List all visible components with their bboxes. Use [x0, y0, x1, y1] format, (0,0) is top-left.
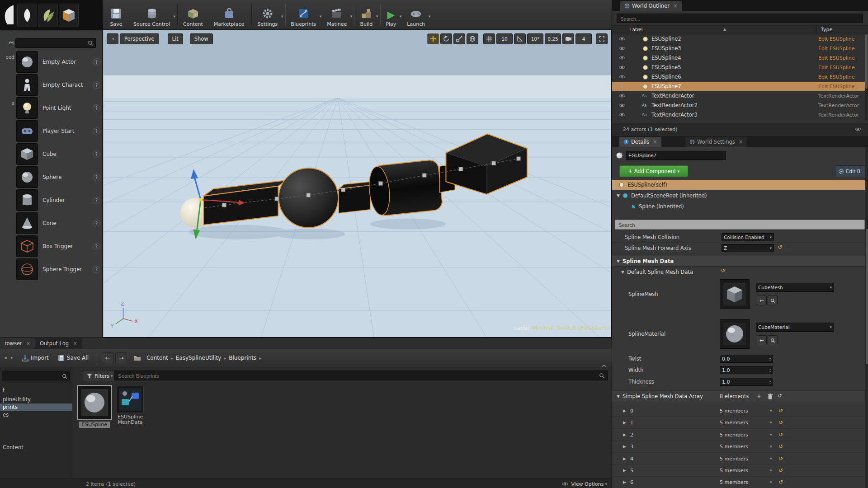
output-log-tab[interactable]: Output Log × — [35, 338, 82, 349]
breadcrumb-blueprints[interactable]: Blueprints — [229, 355, 256, 361]
spline-material-thumbnail[interactable] — [720, 319, 750, 349]
edit-type-link[interactable]: Edit ESUSpline — [818, 84, 865, 89]
element-menu-icon[interactable]: ▾ — [770, 432, 772, 437]
expander-icon[interactable]: ▶ — [623, 480, 626, 484]
spline-mesh-collision-select[interactable]: Collision Enabled▾ — [722, 233, 774, 241]
outliner-scrollbar[interactable] — [865, 34, 868, 120]
world-settings-tab[interactable]: World Settings × — [685, 137, 747, 147]
save-all-button[interactable]: Save All — [54, 352, 92, 364]
details-search-input[interactable] — [618, 221, 854, 229]
rotation-snap-toggle[interactable] — [514, 33, 526, 44]
array-element-row[interactable]: ▶ 2 5 members ▾ ↺ — [612, 429, 865, 441]
matinee-button[interactable]: Matinee ▾ — [322, 0, 353, 29]
close-icon[interactable]: × — [26, 340, 31, 347]
place-item-player-start[interactable]: Player Start ? — [16, 120, 101, 142]
help-icon[interactable]: ? — [93, 58, 100, 66]
outliner-row[interactable]: ESUSpline5 Edit ESUSpline — [612, 63, 865, 72]
place-item-empty-actor[interactable]: Empty Actor ? — [16, 51, 101, 73]
folder-item[interactable]: t — [0, 387, 72, 394]
blueprints-button[interactable]: Blueprints ▾ — [286, 0, 322, 29]
visibility-eye-icon[interactable] — [618, 113, 626, 117]
browse-to-asset-button[interactable] — [768, 296, 778, 305]
outliner-row[interactable]: Aa TextRenderActor2 TextRenderActor — [612, 101, 865, 110]
marketplace-button[interactable]: Marketplace — [209, 0, 250, 29]
play-button[interactable]: ▶ Play ▾ — [381, 0, 402, 29]
expander-icon[interactable]: ▶ — [623, 432, 626, 437]
help-icon[interactable]: ? — [93, 243, 100, 250]
place-item-empty-character[interactable]: Empty Charact ? — [16, 74, 101, 96]
array-element-row[interactable]: ▶ 3 5 members ▾ ↺ — [612, 441, 865, 453]
filters-button[interactable]: Filters ▾ — [83, 371, 117, 381]
content-browser-tab[interactable]: rowser × — [0, 338, 35, 349]
outliner-row[interactable]: Aa TextRenderActor3 TextRenderActor — [612, 110, 865, 119]
view-options-button[interactable]: View Options ▾ — [561, 481, 607, 487]
revert-icon[interactable]: ↺ — [778, 244, 782, 250]
help-icon[interactable]: ? — [93, 127, 100, 135]
close-icon[interactable]: × — [673, 3, 678, 9]
rotate-tool-button[interactable] — [440, 33, 452, 44]
outliner-row[interactable]: ESUSpline2 Edit ESUSpline — [612, 34, 865, 43]
visibility-eye-icon[interactable] — [618, 103, 626, 108]
trash-icon[interactable] — [768, 394, 773, 399]
import-button[interactable]: Import — [18, 352, 52, 364]
folder-search-input[interactable] — [4, 372, 60, 380]
chevron-down-icon[interactable]: ▾ — [174, 14, 176, 19]
outliner-search-input[interactable] — [619, 14, 852, 23]
source-control-button[interactable]: Source Control ▾ — [129, 0, 176, 29]
place-item-cube[interactable]: Cube ? — [16, 143, 101, 165]
default-spline-mesh-data-section[interactable]: ▼ Default Spline Mesh Data — [612, 267, 868, 277]
edit-type-link[interactable]: Edit ESUSpline — [818, 55, 865, 61]
place-item-cylinder[interactable]: Cylinder ? — [16, 189, 101, 211]
chevron-down-icon[interactable]: ▾ — [376, 14, 378, 19]
visibility-eye-icon[interactable] — [618, 75, 626, 79]
element-menu-icon[interactable]: ▾ — [770, 420, 772, 425]
camera-speed-value[interactable]: 4 — [576, 33, 592, 44]
chevron-down-icon[interactable]: ▾ — [400, 14, 402, 19]
help-icon[interactable]: ? — [93, 81, 100, 89]
array-element-row[interactable]: ▶ 1 5 members ▾ ↺ — [612, 417, 865, 429]
close-icon[interactable]: × — [653, 139, 657, 145]
place-item-sphere[interactable]: Sphere ? — [16, 166, 101, 188]
folder-item[interactable]: plineUtility — [0, 396, 72, 404]
geometry-mode-tab[interactable] — [59, 4, 79, 27]
expander-icon[interactable]: ▼ — [617, 394, 620, 399]
add-element-icon[interactable]: + — [757, 393, 761, 399]
expander-icon[interactable]: ▼ — [617, 259, 620, 263]
revert-icon[interactable]: ↺ — [778, 455, 783, 462]
element-menu-icon[interactable]: ▾ — [770, 468, 772, 473]
place-item-box-trigger[interactable]: Box Trigger ? — [16, 235, 101, 258]
array-element-row[interactable]: ▶ 5 5 members ▾ ↺ — [612, 465, 865, 477]
eye-icon[interactable] — [854, 127, 862, 131]
help-icon[interactable]: ? — [93, 220, 100, 227]
paint-mode-tab[interactable] — [17, 4, 37, 27]
place-item-point-light[interactable]: Point Light ? — [16, 97, 101, 119]
category-label-fragment[interactable]: es — [0, 40, 16, 46]
scale-tool-button[interactable] — [453, 33, 465, 44]
place-item-cone[interactable]: Cone ? — [16, 212, 101, 235]
grid-snap-toggle[interactable] — [483, 33, 495, 44]
camera-speed-toggle[interactable] — [562, 33, 574, 44]
expander-icon[interactable]: ▼ — [617, 193, 620, 198]
folder-item[interactable]: es — [0, 411, 72, 419]
help-icon[interactable]: ? — [93, 104, 100, 112]
revert-icon[interactable]: ↺ — [778, 419, 783, 426]
revert-icon[interactable]: ↺ — [778, 479, 783, 485]
visibility-eye-icon[interactable] — [618, 94, 626, 98]
perspective-button[interactable]: Perspective — [120, 33, 159, 44]
category-label-fragment[interactable]: ced — [0, 54, 16, 60]
add-component-button[interactable]: + Add Component ▾ — [619, 165, 688, 177]
outliner-row[interactable]: Aa TextRenderActor TextRenderActor — [612, 91, 865, 100]
category-label-fragment[interactable]: s — [0, 100, 16, 106]
expander-icon[interactable]: ▶ — [623, 408, 626, 413]
revert-icon[interactable]: ↺ — [778, 432, 783, 438]
help-icon[interactable]: ? — [93, 266, 100, 273]
spline-mesh-select[interactable]: CubeMesh▾ — [756, 283, 834, 292]
edit-type-link[interactable]: Edit ESUSpline — [818, 74, 865, 80]
outliner-row[interactable]: ESUSpline6 Edit ESUSpline — [612, 72, 865, 81]
outliner-row[interactable]: ESUSpline4 Edit ESUSpline — [612, 53, 865, 62]
maximize-viewport-button[interactable] — [596, 33, 608, 44]
sort-asc-icon[interactable]: ▲ — [723, 27, 726, 31]
array-element-row[interactable]: ▶ 0 5 members ▾ ↺ — [612, 405, 865, 417]
save-button[interactable]: Save — [105, 0, 129, 29]
edit-type-link[interactable]: Edit ESUSpline — [818, 36, 865, 42]
